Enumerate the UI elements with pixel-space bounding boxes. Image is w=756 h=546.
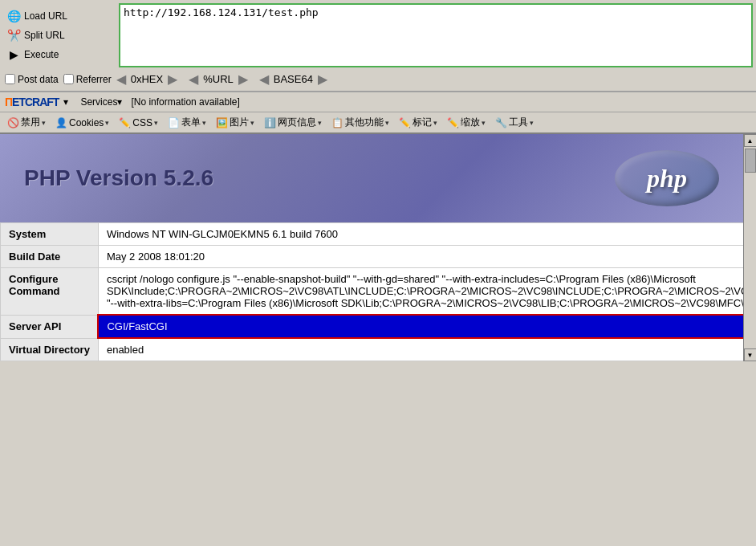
forms-label: 表单 (181, 116, 201, 129)
split-url-button[interactable]: ✂️ Split URL (3, 26, 116, 44)
options-row: Post data Referrer ◀ 0xHEX ▶ ◀ %URL ▶ ◀ … (0, 69, 756, 89)
hex-label: 0xHEX (131, 73, 163, 85)
ext-pageinfo-button[interactable]: ℹ️ 网页信息 ▾ (260, 114, 326, 131)
serverapi-label: Server API (1, 315, 99, 338)
load-url-icon: 🌐 (6, 9, 21, 23)
scrollbar: ▲ ▼ (743, 134, 756, 361)
system-value: Windows NT WIN-GLCJM0EKMN5 6.1 build 760… (98, 223, 743, 246)
tools-icon: 🔧 (495, 117, 507, 128)
split-url-label: Split URL (24, 30, 65, 41)
ext-css-button[interactable]: ✏️ CSS ▾ (115, 116, 162, 130)
table-row: Build Date May 2 2008 18:01:20 (1, 246, 744, 268)
load-url-button[interactable]: 🌐 Load URL (3, 7, 116, 25)
scroll-up-button[interactable]: ▲ (744, 134, 757, 147)
pageinfo-label: 网页信息 (278, 116, 316, 129)
configure-label: ConfigureCommand (1, 268, 99, 316)
netcraft-dropdown-arrow: ▾ (63, 96, 68, 108)
disable-label: 禁用 (21, 116, 40, 129)
toolbar: 🌐 Load URL ✂️ Split URL ▶ Execute http:/… (0, 0, 756, 92)
zoom-label: 缩放 (461, 116, 480, 129)
arrow-left-1: ◀ (116, 71, 126, 87)
table-row: ConfigureCommand cscript /nologo configu… (1, 268, 744, 316)
content-scroll-area: PHP Version 5.2.6 php System Windows NT … (0, 134, 756, 361)
url-input[interactable]: http://192.168.124.131/test.php (119, 3, 753, 67)
arrow-right-3: ▶ (318, 71, 327, 87)
scroll-thumb[interactable] (745, 149, 756, 173)
php-info-table: System Windows NT WIN-GLCJM0EKMN5 6.1 bu… (0, 222, 743, 361)
execute-icon: ▶ (6, 47, 21, 62)
scroll-down-button[interactable]: ▼ (744, 348, 757, 361)
post-data-checkbox-label[interactable]: Post data (5, 74, 59, 85)
ext-toolbar: 🚫 禁用 ▾ 👤 Cookies ▾ ✏️ CSS ▾ 📄 表单 ▾ 🖼️ 图片… (0, 112, 756, 134)
base64-label: BASE64 (274, 73, 313, 85)
referrer-checkbox[interactable] (63, 74, 74, 84)
disable-dropdown-arrow: ▾ (42, 119, 46, 127)
php-logo: php (615, 150, 719, 206)
virtualdir-value: enabled (98, 338, 743, 361)
arrow-right-2: ▶ (238, 71, 248, 87)
zoom-icon: ✏️ (447, 117, 459, 128)
pageinfo-dropdown-arrow: ▾ (318, 119, 322, 127)
forms-dropdown-arrow: ▾ (202, 119, 206, 127)
pageinfo-icon: ℹ️ (264, 117, 276, 128)
mark-icon: ✏️ (399, 117, 411, 128)
other-icon: 📋 (331, 117, 343, 128)
ext-mark-button[interactable]: ✏️ 标记 ▾ (395, 114, 441, 131)
images-dropdown-arrow: ▾ (250, 119, 254, 127)
ext-tools-button[interactable]: 🔧 工具 ▾ (491, 114, 538, 131)
table-row: Server API CGI/FastCGI (1, 315, 744, 338)
zoom-dropdown-arrow: ▾ (482, 119, 486, 127)
scroll-down-icon: ▼ (747, 352, 754, 359)
configure-value: cscript /nologo configure.js "--enable-s… (98, 268, 743, 316)
content-area: PHP Version 5.2.6 php System Windows NT … (0, 134, 743, 361)
netcraft-services-button[interactable]: Services▾ (76, 95, 126, 109)
images-icon: 🖼️ (216, 117, 228, 128)
table-row: System Windows NT WIN-GLCJM0EKMN5 6.1 bu… (1, 223, 744, 246)
load-url-label: Load URL (24, 10, 67, 22)
images-label: 图片 (230, 116, 249, 129)
execute-button[interactable]: ▶ Execute (3, 46, 116, 63)
builddate-value: May 2 2008 18:01:20 (98, 246, 743, 268)
ext-images-button[interactable]: 🖼️ 图片 ▾ (212, 114, 258, 131)
ext-disable-button[interactable]: 🚫 禁用 ▾ (3, 114, 50, 131)
tools-dropdown-arrow: ▾ (530, 119, 534, 127)
scroll-up-icon: ▲ (747, 137, 754, 145)
referrer-label: Referrer (76, 74, 112, 85)
mark-dropdown-arrow: ▾ (433, 119, 437, 127)
post-data-label: Post data (18, 74, 59, 85)
css-icon: ✏️ (119, 117, 131, 128)
url-input-area: http://192.168.124.131/test.php (119, 3, 753, 67)
ext-zoom-button[interactable]: ✏️ 缩放 ▾ (443, 114, 490, 131)
virtualdir-label: Virtual Directory (1, 338, 99, 361)
execute-label: Execute (24, 49, 59, 60)
other-label: 其他功能 (345, 116, 384, 129)
url-bar-row: 🌐 Load URL ✂️ Split URL ▶ Execute http:/… (0, 2, 756, 69)
netcraft-logo: ПETCRAFT (5, 96, 59, 108)
serverapi-value: CGI/FastCGI (98, 315, 743, 338)
table-row: Virtual Directory enabled (1, 338, 744, 361)
cookies-dropdown-arrow: ▾ (105, 119, 109, 127)
builddate-label: Build Date (1, 246, 99, 268)
toolbar-actions: 🌐 Load URL ✂️ Split URL ▶ Execute (3, 7, 116, 63)
php-logo-text: php (647, 164, 687, 194)
mark-label: 标记 (413, 116, 432, 129)
netcraft-info: [No information available] (131, 96, 239, 108)
other-dropdown-arrow: ▾ (385, 119, 389, 127)
ext-other-button[interactable]: 📋 其他功能 ▾ (327, 114, 393, 131)
post-data-checkbox[interactable] (5, 74, 15, 84)
ext-cookies-button[interactable]: 👤 Cookies ▾ (51, 116, 113, 130)
disable-icon: 🚫 (7, 117, 19, 128)
forms-icon: 📄 (168, 117, 180, 128)
percent-url-label: %URL (203, 73, 234, 85)
arrow-right-1: ▶ (168, 71, 177, 87)
ext-forms-button[interactable]: 📄 表单 ▾ (164, 114, 210, 131)
tools-label: 工具 (509, 116, 528, 129)
php-version-title: PHP Version 5.2.6 (24, 165, 213, 191)
css-dropdown-arrow: ▾ (154, 119, 158, 127)
css-label: CSS (132, 117, 152, 128)
cookies-icon: 👤 (55, 117, 67, 128)
referrer-checkbox-label[interactable]: Referrer (63, 74, 112, 85)
system-label: System (1, 223, 99, 246)
split-url-icon: ✂️ (6, 28, 21, 43)
netcraft-bar: ПETCRAFT ▾ Services▾ [No information ava… (0, 92, 756, 112)
